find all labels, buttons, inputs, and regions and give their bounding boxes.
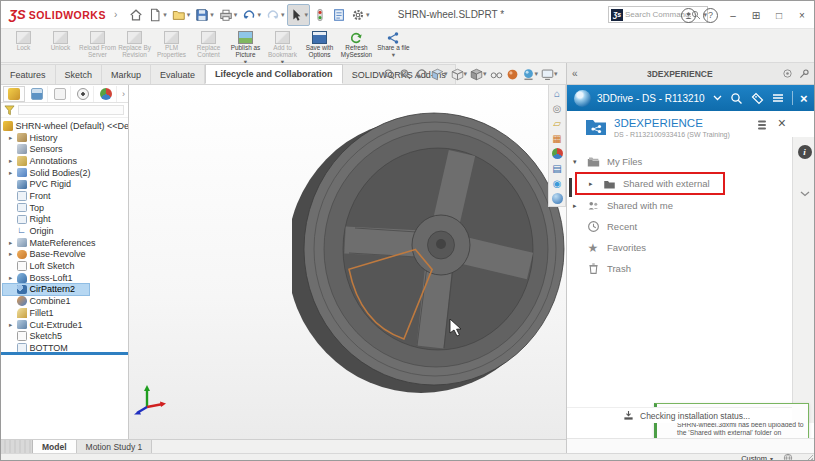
pane-options-icon[interactable] <box>782 68 793 79</box>
tab-scroll-control[interactable] <box>1 440 33 453</box>
unit-system-label[interactable]: Custom <box>741 454 767 461</box>
rollback-bar[interactable] <box>1 352 128 355</box>
widget-close-icon[interactable]: × <box>800 91 808 106</box>
design-library-icon[interactable]: ◎ <box>551 102 564 115</box>
display-style-flyout-icon[interactable]: ▾ <box>483 70 487 78</box>
view-orientation-flyout-icon[interactable]: ▾ <box>464 70 468 78</box>
expand-arrow-icon[interactable]: ▸ <box>9 321 17 329</box>
feature-tree-item[interactable]: Combine1 <box>3 295 128 307</box>
info-icon[interactable]: i <box>798 145 812 159</box>
feature-tree-item[interactable]: Loft Sketch <box>3 260 128 272</box>
ribbon-publish-picture-button[interactable]: Publish as Picture▾ <box>227 30 264 62</box>
feature-tree-item[interactable]: PVC Rigid <box>3 178 128 190</box>
doc-tab-model[interactable]: Model <box>33 440 77 453</box>
view-orientation-button[interactable]: ▾ <box>451 68 468 81</box>
file-explorer-icon[interactable]: ▱ <box>551 117 564 130</box>
expand-arrow-icon[interactable]: ▸ <box>9 169 17 177</box>
minimize-icon[interactable]: – <box>725 7 741 23</box>
redo-button[interactable]: ▾ <box>264 4 287 26</box>
filter-funnel-icon[interactable] <box>4 105 15 116</box>
wheel-model[interactable] <box>292 108 566 394</box>
share-flyout-icon[interactable]: ▾ <box>392 52 395 58</box>
expand-arrow-icon[interactable]: ▸ <box>573 202 585 210</box>
view-settings-button[interactable]: ▾ <box>541 68 558 81</box>
view-palette-icon[interactable]: ▦ <box>551 132 564 145</box>
expand-arrow-icon[interactable]: ▸ <box>9 239 17 247</box>
feature-tree-item[interactable]: Right <box>3 214 128 226</box>
feature-tree-item[interactable]: Fillet1 <box>3 307 128 319</box>
feature-tree-item[interactable]: ▸Annotations <box>3 155 128 167</box>
expand-arrow-icon[interactable]: ▸ <box>9 157 17 165</box>
expand-arrow-icon[interactable]: ▸ <box>589 180 601 188</box>
hide-show-items-button[interactable] <box>490 68 503 81</box>
expand-arrow-icon[interactable]: ▾ <box>573 158 585 166</box>
save-flyout-icon[interactable]: ▾ <box>210 11 214 19</box>
restore-panes-icon[interactable]: ⊞ <box>748 7 764 23</box>
ribbon-share-button[interactable]: Share a file▾ <box>375 30 412 62</box>
undo-button[interactable]: ▾ <box>240 4 263 26</box>
apply-scene-button[interactable]: ▾ <box>522 68 539 81</box>
open-flyout-icon[interactable]: ▾ <box>187 11 191 19</box>
home-icon[interactable]: ⌂ <box>551 87 564 100</box>
apply-scene-flyout-icon[interactable]: ▾ <box>535 70 539 78</box>
tab-evaluate[interactable]: Evaluate <box>151 64 205 84</box>
propertymanager-tab[interactable] <box>26 86 48 102</box>
3dexperience-marketplace-icon[interactable] <box>551 192 564 205</box>
display-style-button[interactable]: ▾ <box>470 68 487 81</box>
menu-expand-icon[interactable]: › <box>114 9 117 20</box>
ribbon-refresh-button[interactable]: Refresh MySession <box>338 30 375 62</box>
feature-tree-item[interactable]: ▸History <box>3 132 128 144</box>
unit-dropdown-icon[interactable]: ▾ <box>770 455 773 461</box>
help-icon[interactable]: ? <box>703 8 718 23</box>
widget-tag-icon[interactable] <box>751 92 764 105</box>
print-button[interactable]: ▾ <box>217 4 240 26</box>
undo-flyout-icon[interactable]: ▾ <box>257 11 261 19</box>
manager-tabs-overflow-icon[interactable]: › <box>122 89 125 99</box>
maximize-icon[interactable]: □ <box>771 7 787 23</box>
pin-icon[interactable] <box>799 68 810 79</box>
section-view-button[interactable]: ▾ <box>431 68 448 81</box>
feature-tree-item[interactable]: ▸Solid Bodies(2) <box>3 167 128 179</box>
feature-tree-item[interactable]: ∟Origin <box>3 225 128 237</box>
previous-view-button[interactable] <box>415 68 428 81</box>
widget-menu-icon[interactable] <box>772 93 784 103</box>
widget-search-icon[interactable] <box>730 92 743 105</box>
select-button[interactable]: ▾ <box>287 4 310 26</box>
doc-tab-motion-study-1[interactable]: Motion Study 1 <box>77 440 153 453</box>
tab-features[interactable]: Features <box>1 64 56 84</box>
feature-tree-item[interactable]: Front <box>3 190 128 202</box>
select-flyout-icon[interactable]: ▾ <box>304 11 308 19</box>
new-document-button[interactable]: ▾ <box>146 4 169 26</box>
solidworks-resources-icon[interactable]: ◉ <box>551 177 564 190</box>
drive-tree-item-shared-with-external[interactable]: ▸Shared with external <box>575 172 725 195</box>
drive-tree-item-my-files[interactable]: ▾My Files <box>573 151 784 172</box>
drive-tree-item-favorites[interactable]: ★Favorites <box>573 237 784 258</box>
zoom-to-area-button[interactable] <box>399 68 412 81</box>
feature-tree-item[interactable]: ▸Cut-Extrude1 <box>3 319 128 331</box>
feature-tree-item[interactable]: ▸MateReferences <box>3 237 128 249</box>
rebuild-button[interactable] <box>311 4 329 26</box>
expand-arrow-icon[interactable]: ▸ <box>9 274 17 282</box>
print-flyout-icon[interactable]: ▾ <box>234 11 238 19</box>
featuremanager-tab[interactable] <box>3 86 25 102</box>
expand-arrow-icon[interactable]: ▸ <box>9 134 17 142</box>
feature-tree-item[interactable]: ▸Base-Revolve <box>3 249 128 261</box>
drive-tree-item-trash[interactable]: Trash <box>573 258 784 279</box>
rail-chevron-down-icon[interactable] <box>800 191 810 197</box>
redo-flyout-icon[interactable]: ▾ <box>281 11 285 19</box>
zoom-to-fit-button[interactable] <box>383 68 396 81</box>
tab-lifecycle-and-collaboration[interactable]: Lifecycle and Collaboration <box>205 64 343 84</box>
drive-tree-item-recent[interactable]: Recent <box>573 216 784 237</box>
tag-status-icon[interactable] <box>783 453 793 461</box>
new-document-flyout-icon[interactable]: ▾ <box>163 11 167 19</box>
edit-appearance-button[interactable] <box>506 68 519 81</box>
custom-properties-icon[interactable]: ▤ <box>551 162 564 175</box>
tree-filter-input[interactable] <box>18 105 124 115</box>
dimxpertmanager-tab[interactable] <box>72 86 94 102</box>
save-button[interactable]: ▾ <box>193 4 216 26</box>
3dexperience-compass-icon[interactable] <box>574 90 591 107</box>
configurationmanager-tab[interactable] <box>49 86 71 102</box>
displaymanager-tab[interactable] <box>95 86 117 102</box>
home-button[interactable] <box>127 4 145 26</box>
feature-tree-item[interactable]: CirPattern2 <box>3 284 89 296</box>
